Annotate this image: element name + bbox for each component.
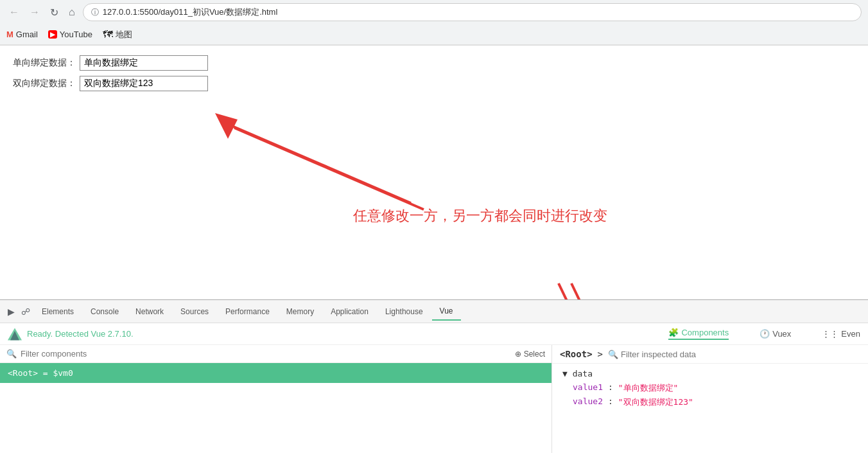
two-way-input[interactable] — [80, 76, 208, 91]
bookmark-maps[interactable]: 🗺 地图 — [103, 29, 132, 40]
svg-line-4 — [571, 283, 648, 299]
data-section: ▼ data value1 : "单向数据绑定" value2 : "双向数据绑… — [552, 364, 868, 414]
data-filter-bar: 🔍 — [608, 350, 860, 359]
root-component-item[interactable]: <Root> = $vm0 — [0, 363, 551, 383]
gmail-label: Gmail — [16, 30, 38, 39]
value2-prop: value2 : "双向数据绑定123" — [573, 395, 858, 409]
devtools-left-panel: 🔍 ⊕ Select <Root> = $vm0 — [0, 345, 552, 453]
two-way-label: 双向绑定数据： — [13, 78, 76, 89]
annotation-text: 任意修改一方，另一方都会同时进行改变 — [353, 206, 607, 226]
value1-colon: : — [608, 382, 613, 394]
tab-console[interactable]: Console — [83, 303, 126, 320]
component-item-label: <Root> = $vm0 — [8, 368, 73, 378]
tab-performance[interactable]: Performance — [218, 303, 277, 320]
svg-marker-2 — [215, 113, 238, 139]
tab-elements[interactable]: Elements — [34, 303, 82, 320]
value2-value: "双向数据绑定123" — [618, 396, 693, 408]
one-way-binding-row: 单向绑定数据： — [13, 55, 855, 71]
one-way-input[interactable] — [80, 55, 208, 71]
events-label: Even — [841, 329, 860, 339]
component-filter-bar: 🔍 ⊕ Select — [0, 345, 551, 363]
vuex-button[interactable]: 🕐 Vuex — [759, 329, 791, 339]
select-label: Select — [524, 350, 545, 359]
svg-line-1 — [234, 128, 424, 209]
search-icon-right: 🔍 — [608, 350, 618, 359]
tab-vue[interactable]: Vue — [432, 303, 461, 321]
back-button[interactable]: ← — [6, 5, 22, 19]
devtools-tabs: ▶ ☍ Elements Console Network Sources Per… — [0, 300, 868, 323]
component-list: <Root> = $vm0 — [0, 363, 551, 453]
components-button[interactable]: 🧩 Components — [668, 328, 729, 340]
tab-memory[interactable]: Memory — [279, 303, 322, 320]
data-section-label: ▼ data — [562, 369, 858, 378]
right-panel-header: <Root> > 🔍 — [552, 345, 868, 364]
bookmarks-bar: M Gmail ▶ YouTube 🗺 地图 — [0, 24, 868, 45]
info-icon: ⓘ — [91, 7, 99, 18]
value1-value: "单向数据绑定" — [618, 382, 679, 394]
tab-application[interactable]: Application — [323, 303, 376, 320]
value1-name: value1 — [573, 382, 603, 394]
vue-logo — [8, 327, 22, 341]
tab-sources[interactable]: Sources — [173, 303, 216, 320]
browser-toolbar: ← → ↻ ⌂ ⓘ 127.0.0.1:5500/day011_初识Vue/数据… — [0, 0, 868, 24]
device-toolbar-button[interactable]: ☍ — [19, 304, 33, 319]
address-bar[interactable]: ⓘ 127.0.0.1:5500/day011_初识Vue/数据绑定.html — [83, 3, 862, 21]
select-button[interactable]: ⊕ Select — [515, 350, 545, 359]
vue-status-text: Ready. Detected Vue 2.7.10. — [27, 329, 134, 339]
forward-button[interactable]: → — [27, 5, 42, 19]
history-icon: 🕐 — [759, 329, 770, 339]
one-way-label: 单向绑定数据： — [13, 57, 76, 69]
vuex-label: Vuex — [772, 329, 791, 339]
bookmark-youtube[interactable]: ▶ YouTube — [48, 30, 92, 39]
inspect-element-button[interactable]: ▶ — [5, 304, 17, 319]
gmail-icon: M — [6, 30, 13, 39]
root-tag-bracket: > — [598, 349, 603, 359]
url-text: 127.0.0.1:5500/day011_初识Vue/数据绑定.html — [103, 6, 278, 18]
component-filter-input[interactable] — [21, 349, 511, 359]
value1-prop: value1 : "单向数据绑定" — [573, 381, 858, 395]
grid-icon: ⋮⋮ — [822, 329, 838, 339]
svg-line-0 — [221, 121, 411, 203]
value2-name: value2 — [573, 396, 603, 408]
reload-button[interactable]: ↻ — [48, 5, 61, 20]
events-button[interactable]: ⋮⋮ Even — [822, 329, 860, 339]
devtools-body: Ready. Detected Vue 2.7.10. 🧩 Components… — [0, 323, 868, 453]
bookmark-gmail[interactable]: M Gmail — [6, 30, 38, 39]
person-icon: 🧩 — [668, 328, 679, 337]
value2-colon: : — [608, 396, 613, 408]
maps-icon: 🗺 — [103, 29, 113, 40]
components-label: Components — [681, 328, 729, 337]
main-content: 单向绑定数据： 双向绑定数据： 任意修改一方，另一方都会同时进行改变 — [0, 46, 868, 299]
youtube-label: YouTube — [60, 30, 92, 39]
root-tag-label: <Root> — [560, 349, 593, 359]
devtools-main: 🔍 ⊕ Select <Root> = $vm0 <Root> — [0, 345, 868, 453]
browser-chrome: ← → ↻ ⌂ ⓘ 127.0.0.1:5500/day011_初识Vue/数据… — [0, 0, 868, 46]
home-button[interactable]: ⌂ — [66, 5, 78, 19]
tab-lighthouse[interactable]: Lighthouse — [378, 303, 431, 320]
search-icon: 🔍 — [6, 349, 17, 359]
youtube-icon: ▶ — [48, 30, 57, 39]
devtools-panel: ▶ ☍ Elements Console Network Sources Per… — [0, 299, 868, 453]
tab-network[interactable]: Network — [128, 303, 171, 320]
svg-line-3 — [559, 283, 636, 299]
devtools-right-panel: <Root> > 🔍 ▼ data value1 : "单向数据绑定" — [552, 345, 868, 453]
cursor-icon: ⊕ — [515, 350, 521, 359]
data-filter-input[interactable] — [621, 350, 729, 359]
two-way-binding-row: 双向绑定数据： — [13, 76, 855, 91]
vue-status-bar: Ready. Detected Vue 2.7.10. 🧩 Components… — [0, 323, 868, 345]
maps-label: 地图 — [116, 29, 132, 40]
